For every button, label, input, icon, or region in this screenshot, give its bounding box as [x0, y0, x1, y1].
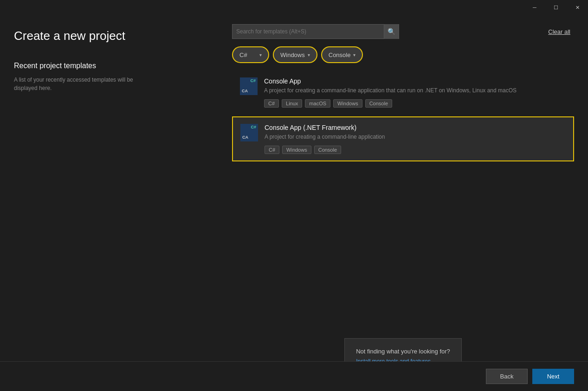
- template-item-console-framework[interactable]: Console App (.NET Framework) A project f…: [232, 116, 574, 161]
- page-title: Create a new project: [14, 29, 213, 43]
- template-info-console-app: Console App A project for creating a com…: [264, 77, 566, 108]
- filter-type[interactable]: Console ▾: [321, 46, 363, 63]
- template-icon-console-framework: [240, 124, 258, 141]
- tag-windows-1: Windows: [282, 146, 311, 154]
- maximize-button[interactable]: ☐: [545, 0, 567, 15]
- template-tags-0: C# Linux macOS Windows Console: [264, 99, 566, 108]
- bottom-bar: Back Next: [0, 361, 588, 391]
- template-icon-console-app: [240, 77, 258, 95]
- tag-macos-0: macOS: [305, 99, 330, 108]
- template-desc-1: A project for creating a command-line ap…: [265, 133, 566, 141]
- filter-language-label: C#: [239, 51, 247, 58]
- template-info-console-framework: Console App (.NET Framework) A project f…: [265, 124, 566, 154]
- filter-platform-label: Windows: [280, 51, 305, 58]
- search-box: 🔍: [232, 24, 399, 39]
- tag-linux-0: Linux: [282, 99, 302, 108]
- right-panel: 🔍 Clear all C# ▾ Windows ▾ Console ▾: [227, 15, 588, 391]
- left-panel: Create a new project Recent project temp…: [0, 15, 227, 391]
- filter-platform[interactable]: Windows ▾: [273, 46, 317, 63]
- back-button[interactable]: Back: [486, 369, 528, 384]
- template-list: Console App A project for creating a com…: [232, 71, 574, 326]
- filter-row: C# ▾ Windows ▾ Console ▾: [232, 46, 574, 63]
- clear-all-button[interactable]: Clear all: [544, 26, 574, 37]
- template-name-1: Console App (.NET Framework): [265, 124, 566, 131]
- search-button[interactable]: 🔍: [384, 24, 399, 39]
- minimize-button[interactable]: ─: [524, 0, 545, 15]
- template-name-0: Console App: [264, 77, 566, 85]
- next-button[interactable]: Next: [532, 369, 574, 384]
- top-controls: 🔍 Clear all: [232, 24, 574, 39]
- recent-templates-desc: A list of your recently accessed templat…: [14, 76, 144, 92]
- main-layout: Create a new project Recent project temp…: [0, 0, 588, 391]
- title-bar: ─ ☐ ✕: [524, 0, 588, 15]
- template-desc-0: A project for creating a command-line ap…: [264, 87, 566, 95]
- filter-type-chevron: ▾: [353, 52, 355, 58]
- search-input[interactable]: [233, 25, 384, 38]
- filter-platform-chevron: ▾: [308, 52, 310, 58]
- filter-language[interactable]: C# ▾: [232, 46, 269, 63]
- filter-type-label: Console: [329, 51, 351, 58]
- close-button[interactable]: ✕: [567, 0, 588, 15]
- search-row: 🔍: [232, 24, 399, 39]
- recent-templates-title: Recent project templates: [14, 62, 213, 70]
- tag-csharp-1: C#: [265, 146, 279, 154]
- tag-console-1: Console: [314, 146, 341, 154]
- not-finding-title: Not finding what you're looking for?: [356, 348, 450, 355]
- tag-windows-0: Windows: [333, 99, 362, 108]
- template-tags-1: C# Windows Console: [265, 146, 566, 154]
- tag-console-0: Console: [365, 99, 392, 108]
- template-item-console-app[interactable]: Console App A project for creating a com…: [232, 71, 574, 115]
- tag-csharp-0: C#: [264, 99, 279, 108]
- filter-language-chevron: ▾: [259, 52, 262, 58]
